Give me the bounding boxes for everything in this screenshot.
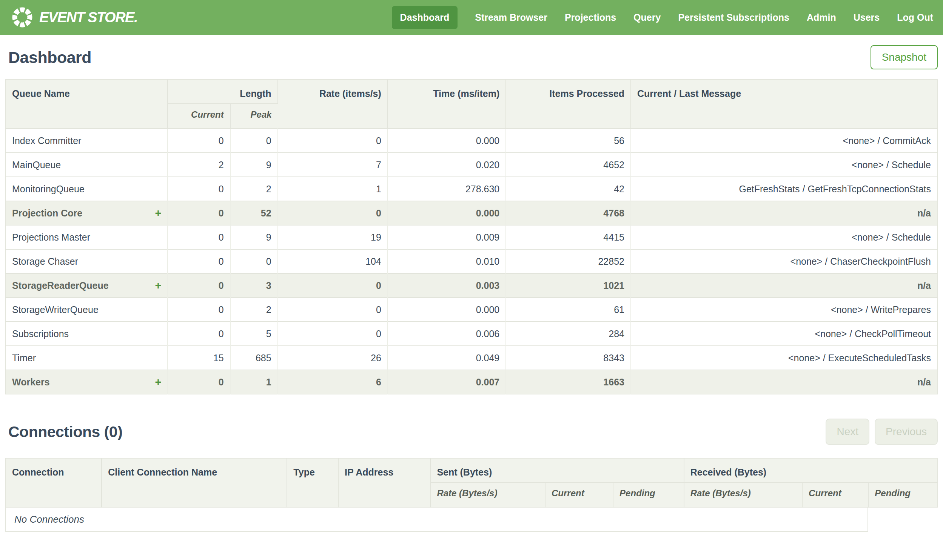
connections-table-header: Connection Client Connection Name Type I… [6, 458, 937, 507]
expand-plus-icon[interactable]: + [155, 208, 161, 219]
queue-items-processed: 4415 [506, 225, 631, 249]
nav-item-query[interactable]: Query [633, 6, 661, 29]
queue-rate: 0 [278, 322, 388, 346]
queue-message: <none> / WritePrepares [631, 297, 937, 322]
queue-length-current: 2 [168, 153, 230, 177]
connections-table: Connection Client Connection Name Type I… [5, 458, 938, 508]
col-header-sent-rate: Rate (Bytes/s) [431, 482, 545, 507]
col-header-sent-bytes: Sent (Bytes) [431, 458, 684, 482]
queue-rate: 1 [278, 177, 388, 201]
col-header-received-pending: Pending [868, 482, 937, 507]
brand-logo[interactable]: EVENT STORE. [11, 6, 137, 28]
queue-length-peak: 0 [230, 249, 278, 274]
queue-length-peak: 52 [230, 201, 278, 225]
col-header-length-current: Current [168, 104, 230, 129]
queue-row: MonitoringQueue 0 2 1 278.630 42 GetFres… [6, 177, 937, 201]
queue-rate: 6 [278, 370, 388, 394]
queue-rate: 0 [278, 274, 388, 297]
nav-item-dashboard[interactable]: Dashboard [392, 6, 458, 29]
queue-time: 0.000 [388, 201, 506, 225]
col-header-sent-current: Current [545, 482, 613, 507]
queue-items-processed: 4652 [506, 153, 631, 177]
col-header-length-peak: Peak [230, 104, 278, 129]
queue-rate: 0 [278, 201, 388, 225]
col-header-received-rate: Rate (Bytes/s) [684, 482, 802, 507]
queue-name: Timer [12, 352, 36, 363]
queue-group-row: Workers + 0 1 6 0.007 1663 n/a [6, 370, 937, 394]
queue-group-row: Projection Core + 0 52 0 0.000 4768 n/a [6, 201, 937, 225]
queue-length-current: 0 [168, 370, 230, 394]
queue-time: 0.010 [388, 249, 506, 274]
queue-message: n/a [631, 370, 937, 394]
queue-items-processed: 42 [506, 177, 631, 201]
queue-row: Index Committer 0 0 0 0.000 56 <none> / … [6, 129, 937, 153]
next-button[interactable]: Next [826, 418, 869, 445]
col-header-queue-name: Queue Name [6, 80, 168, 129]
main-nav: Dashboard Stream Browser Projections Que… [392, 6, 933, 29]
queue-row: Subscriptions 0 5 0 0.006 284 <none> / C… [6, 322, 937, 346]
col-header-rate: Rate (items/s) [278, 80, 388, 129]
queue-rate: 0 [278, 129, 388, 153]
queue-items-processed: 61 [506, 297, 631, 322]
col-header-message: Current / Last Message [631, 80, 937, 129]
queue-length-current: 0 [168, 297, 230, 322]
queue-length-peak: 5 [230, 322, 278, 346]
queue-length-current: 0 [168, 249, 230, 274]
queue-message: <none> / ChaserCheckpointFlush [631, 249, 937, 274]
expand-plus-icon[interactable]: + [155, 377, 161, 388]
queue-items-processed: 1021 [506, 274, 631, 297]
nav-item-users[interactable]: Users [853, 6, 880, 29]
col-header-items-processed: Items Processed [506, 80, 631, 129]
queue-name: MonitoringQueue [12, 184, 85, 194]
queue-message: <none> / ExecuteScheduledTasks [631, 346, 937, 370]
queue-time: 0.049 [388, 346, 506, 370]
queue-length-current: 0 [168, 322, 230, 346]
queue-length-peak: 2 [230, 177, 278, 201]
nav-item-log-out[interactable]: Log Out [897, 6, 933, 29]
queue-rate: 26 [278, 346, 388, 370]
queue-items-processed: 22852 [506, 249, 631, 274]
queue-items-processed: 4768 [506, 201, 631, 225]
connections-header: Connections (0) Next Previous [5, 418, 938, 445]
connections-pager: Next Previous [826, 418, 938, 445]
queue-message: <none> / Schedule [631, 225, 937, 249]
queue-message: GetFreshStats / GetFreshTcpConnectionSta… [631, 177, 937, 201]
previous-button[interactable]: Previous [875, 418, 938, 445]
queue-time: 0.007 [388, 370, 506, 394]
col-header-sent-pending: Pending [613, 482, 684, 507]
nav-item-stream-browser[interactable]: Stream Browser [475, 6, 547, 29]
col-header-type: Type [287, 458, 338, 507]
nav-item-persistent-subscriptions[interactable]: Persistent Subscriptions [678, 6, 789, 29]
queue-name: Storage Chaser [12, 256, 78, 267]
col-header-received-current: Current [802, 482, 868, 507]
col-header-ip-address: IP Address [338, 458, 431, 507]
col-header-received-bytes: Received (Bytes) [684, 458, 937, 482]
queue-length-peak: 685 [230, 346, 278, 370]
queues-table-body: Index Committer 0 0 0 0.000 56 <none> / … [6, 129, 937, 394]
snapshot-button[interactable]: Snapshot [870, 45, 938, 69]
nav-item-admin[interactable]: Admin [807, 6, 836, 29]
queue-length-peak: 9 [230, 153, 278, 177]
queue-message: n/a [631, 274, 937, 297]
queue-length-current: 0 [168, 129, 230, 153]
queue-length-current: 0 [168, 177, 230, 201]
expand-plus-icon[interactable]: + [155, 280, 161, 291]
queue-length-peak: 9 [230, 225, 278, 249]
queue-message: <none> / CheckPollTimeout [631, 322, 937, 346]
queue-time: 0.000 [388, 129, 506, 153]
queue-time: 0.000 [388, 297, 506, 322]
nav-item-projections[interactable]: Projections [565, 6, 616, 29]
queue-row: Timer 15 685 26 0.049 8343 <none> / Exec… [6, 346, 937, 370]
col-header-length: Length [168, 80, 278, 104]
top-navigation-bar: EVENT STORE. Dashboard Stream Browser Pr… [0, 0, 943, 35]
connections-title: Connections (0) [8, 423, 122, 441]
queue-name: StorageWriterQueue [12, 304, 99, 315]
queue-length-peak: 2 [230, 297, 278, 322]
no-connections-text: No Connections [14, 514, 84, 525]
queue-rate: 104 [278, 249, 388, 274]
queue-name: Projection Core [12, 208, 82, 219]
queue-items-processed: 56 [506, 129, 631, 153]
queue-message: <none> / CommitAck [631, 129, 937, 153]
main-content: Dashboard Snapshot Queue Name Length Rat… [0, 45, 943, 532]
col-header-time: Time (ms/item) [388, 80, 506, 129]
